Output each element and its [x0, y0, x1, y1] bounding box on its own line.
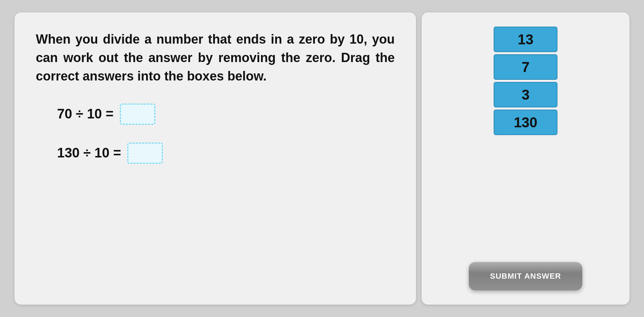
left-panel: When you divide a number that ends in a …	[15, 12, 416, 305]
tile-13[interactable]: 13	[494, 27, 557, 52]
tile-7[interactable]: 7	[494, 54, 557, 80]
equation-2-label: 130 ÷ 10 =	[57, 145, 121, 161]
answer-tiles: 13 7 3 130	[494, 27, 557, 135]
main-container: When you divide a number that ends in a …	[12, 10, 632, 307]
submit-answer-button[interactable]: SUBMIT ANSWER	[469, 262, 582, 290]
equations-area: 70 ÷ 10 = 130 ÷ 10 =	[36, 104, 395, 164]
equation-row-1: 70 ÷ 10 =	[57, 104, 395, 125]
right-panel: 13 7 3 130 SUBMIT ANSWER	[422, 12, 629, 305]
instruction-text: When you divide a number that ends in a …	[36, 30, 395, 86]
tile-3[interactable]: 3	[494, 82, 557, 107]
drop-box-1[interactable]	[120, 104, 155, 125]
equation-row-2: 130 ÷ 10 =	[57, 143, 395, 164]
drop-box-2[interactable]	[127, 143, 163, 164]
equation-1-label: 70 ÷ 10 =	[57, 106, 113, 122]
tile-130[interactable]: 130	[494, 110, 557, 135]
